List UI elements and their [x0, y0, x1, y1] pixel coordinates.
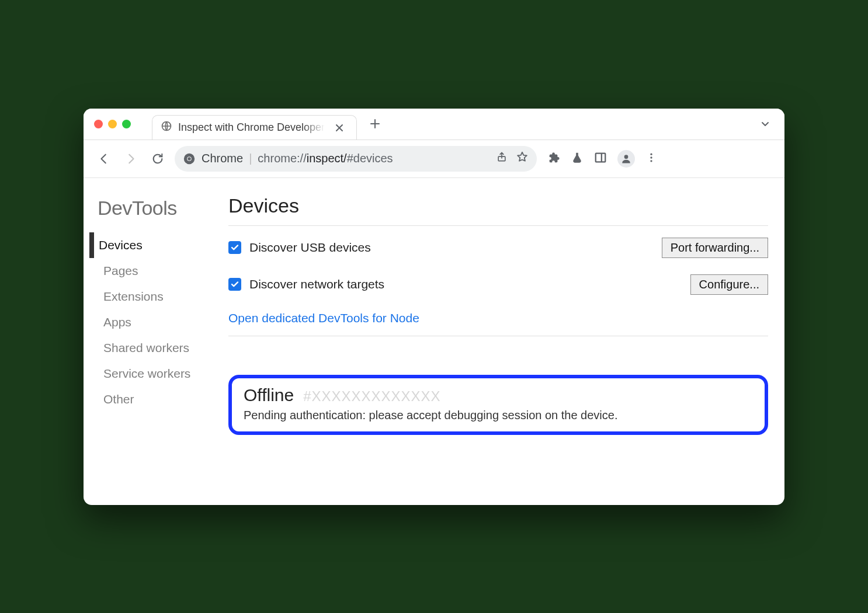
offline-message: Pending authentication: please accept de…	[244, 409, 753, 422]
page-heading: Devices	[228, 194, 768, 217]
sidebar-item-other[interactable]: Other	[94, 386, 223, 412]
sidebar: DevTools Devices Pages Extensions Apps S…	[88, 192, 223, 476]
tab-title: Inspect with Chrome Developer	[178, 121, 325, 134]
reload-button[interactable]	[148, 149, 168, 169]
profile-avatar[interactable]	[617, 150, 635, 168]
globe-icon	[161, 120, 172, 135]
sidebar-item-service-workers[interactable]: Service workers	[94, 361, 223, 386]
page-content: DevTools Devices Pages Extensions Apps S…	[84, 178, 784, 505]
forward-button[interactable]	[121, 149, 141, 169]
svg-point-3	[188, 157, 191, 161]
url-text: chrome://inspect/#devices	[258, 152, 393, 165]
discover-usb-label: Discover USB devices	[249, 241, 371, 255]
chevron-down-icon[interactable]	[756, 115, 774, 133]
browser-tab[interactable]: Inspect with Chrome Developer	[152, 115, 357, 140]
extensions-puzzle-icon[interactable]	[547, 151, 560, 166]
sidebar-item-devices[interactable]: Devices	[89, 232, 223, 258]
bookmark-star-icon[interactable]	[516, 151, 529, 166]
share-icon[interactable]	[496, 151, 508, 166]
window-controls	[94, 120, 131, 128]
close-window-button[interactable]	[94, 120, 103, 128]
tab-strip: Inspect with Chrome Developer	[84, 109, 784, 140]
toolbar: Chrome | chrome://inspect/#devices	[84, 140, 784, 178]
new-tab-button[interactable]	[366, 115, 384, 133]
offline-status-title: Offline	[244, 385, 294, 405]
discover-usb-checkbox[interactable]	[228, 241, 241, 254]
discover-network-checkbox[interactable]	[228, 278, 241, 291]
sidebar-item-extensions[interactable]: Extensions	[94, 284, 223, 309]
open-node-devtools-link[interactable]: Open dedicated DevTools for Node	[228, 311, 419, 325]
sidebar-item-shared-workers[interactable]: Shared workers	[94, 335, 223, 361]
chrome-icon	[183, 152, 196, 165]
main-panel: Devices Discover USB devices Port forwar…	[223, 192, 768, 476]
port-forwarding-button[interactable]: Port forwarding...	[662, 238, 768, 258]
configure-button[interactable]: Configure...	[690, 274, 768, 295]
browser-window: Inspect with Chrome Developer Chrome	[84, 109, 784, 505]
sidebar-title: DevTools	[94, 197, 223, 220]
svg-point-7	[624, 155, 629, 159]
offline-device-box: Offline #XXXXXXXXXXXXX Pending authentic…	[228, 375, 768, 435]
sidebar-item-pages[interactable]: Pages	[94, 258, 223, 284]
svg-rect-5	[596, 153, 606, 162]
kebab-menu-icon[interactable]	[645, 152, 657, 166]
svg-point-9	[650, 156, 652, 158]
minimize-window-button[interactable]	[108, 120, 117, 128]
address-bar[interactable]: Chrome | chrome://inspect/#devices	[175, 146, 537, 172]
maximize-window-button[interactable]	[122, 120, 131, 128]
sidebar-item-apps[interactable]: Apps	[94, 309, 223, 335]
origin-label: Chrome	[202, 152, 243, 165]
discover-network-label: Discover network targets	[249, 277, 384, 291]
svg-point-8	[650, 153, 652, 155]
svg-point-10	[650, 160, 652, 162]
back-button[interactable]	[94, 149, 114, 169]
close-tab-button[interactable]	[331, 119, 348, 137]
labs-flask-icon[interactable]	[571, 151, 584, 166]
offline-device-hash: #XXXXXXXXXXXXX	[303, 388, 440, 405]
side-panel-icon[interactable]	[594, 151, 607, 166]
